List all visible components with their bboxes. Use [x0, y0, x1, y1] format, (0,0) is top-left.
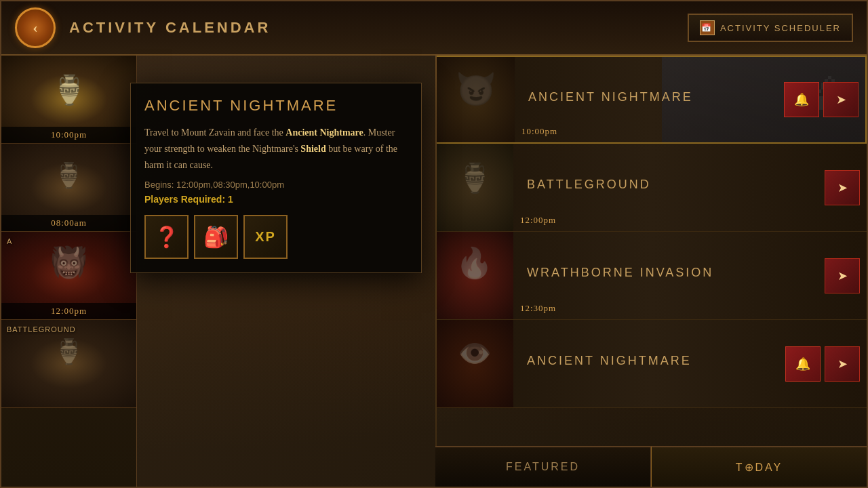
right-item-ancient-nightmare-2[interactable]: ANCIENT NIGHTMARE 🔔 ➤	[435, 320, 867, 408]
bottom-tabs: FEATURED T⊕DAY	[435, 446, 867, 487]
tooltip-desc-bold1: Ancient Nightmare	[285, 127, 363, 138]
activity-scheduler-button[interactable]: 📅 ACTIVITY SCHEDULER	[688, 14, 853, 42]
left-panel: 10:00pm 08:00am A 12:00pm BATTLEGROUND	[1, 56, 137, 487]
right-item-battleground[interactable]: BATTLEGROUND 12:00pm ➤	[435, 144, 867, 232]
right-item-actions-3: ➤	[825, 258, 860, 293]
right-item-content-2: BATTLEGROUND 12:00pm	[513, 144, 867, 231]
right-item-wrathborne[interactable]: WRATHBORNE INVASION 12:30pm ➤	[435, 232, 867, 320]
activity-tooltip: ANCIENT NIGHTMARE Travel to Mount Zavain…	[130, 83, 422, 273]
tooltip-players-required: Players Required: 1	[144, 194, 408, 205]
tooltip-rewards: ❓ 🎒 XP	[144, 215, 408, 259]
left-item-battleground-2[interactable]: BATTLEGROUND	[1, 320, 136, 408]
tab-featured[interactable]: FEATURED	[435, 446, 651, 487]
right-thumb-2	[435, 144, 513, 232]
left-item-label-4: BATTLEGROUND	[7, 325, 76, 333]
panel-divider	[435, 56, 437, 487]
scheduler-label: ACTIVITY SCHEDULER	[720, 23, 841, 33]
navigate-icon-3: ➤	[837, 268, 848, 283]
right-item-title-3: WRATHBORNE INVASION	[527, 266, 853, 280]
reward-xp-icon: XP	[243, 215, 288, 259]
tooltip-desc-part1: Travel to Mount Zavain and face the	[144, 127, 285, 138]
right-item-time-1: 10:00pm	[521, 126, 557, 137]
navigate-icon-1: ➤	[836, 92, 846, 107]
page-title: ACTIVITY CALENDAR	[69, 19, 271, 37]
left-item-battleground-1[interactable]: 08:00am	[1, 144, 136, 232]
left-time-2: 08:00am	[1, 215, 136, 231]
tooltip-desc-bold2: Shield	[300, 144, 326, 154]
left-item-wrathborne-1[interactable]: A 12:00pm	[1, 232, 136, 320]
navigate-button-2[interactable]: ➤	[825, 170, 860, 205]
bell-button-4[interactable]: 🔔	[785, 346, 821, 382]
bell-icon-4: 🔔	[795, 357, 810, 371]
bell-button-1[interactable]: 🔔	[784, 82, 819, 117]
navigate-button-4[interactable]: ➤	[825, 346, 860, 382]
header: ‹ ACTIVITY CALENDAR 📅 ACTIVITY SCHEDULER	[1, 1, 867, 56]
navigate-icon-4: ➤	[837, 357, 848, 371]
right-panel: ANCIENT NIGHTMARE 10:00pm 🔔 ➤ BATTLEGROU…	[435, 56, 867, 446]
navigate-button-3[interactable]: ➤	[825, 258, 860, 293]
bell-icon-1: 🔔	[794, 92, 809, 107]
back-arrow-icon: ‹	[33, 19, 37, 37]
navigate-icon-2: ➤	[837, 180, 848, 195]
reward-mystery-icon: ❓	[144, 215, 189, 259]
left-time-3: 12:00pm	[1, 303, 136, 319]
tooltip-description: Travel to Mount Zavain and face the Anci…	[144, 125, 408, 173]
tab-featured-label: FEATURED	[506, 461, 580, 473]
right-item-actions-2: ➤	[825, 170, 860, 205]
navigate-button-1[interactable]: ➤	[823, 82, 859, 117]
main-container: ‹ ACTIVITY CALENDAR 📅 ACTIVITY SCHEDULER…	[0, 0, 868, 488]
left-time-1: 10:00pm	[1, 127, 136, 143]
tab-today[interactable]: T⊕DAY	[651, 446, 867, 487]
right-item-ancient-nightmare[interactable]: ANCIENT NIGHTMARE 10:00pm 🔔 ➤	[435, 56, 867, 144]
right-item-actions-1: 🔔 ➤	[784, 82, 859, 117]
tab-today-label: T⊕DAY	[736, 461, 783, 474]
right-item-content-3: WRATHBORNE INVASION 12:30pm	[513, 232, 867, 319]
right-thumb-3	[435, 232, 513, 320]
right-item-time-2: 12:00pm	[520, 215, 556, 226]
right-item-actions-4: 🔔 ➤	[785, 346, 860, 382]
right-thumb-4	[435, 320, 513, 408]
calendar-icon: 📅	[700, 20, 715, 35]
left-item-label-3: A	[7, 237, 12, 245]
reward-equipment-icon: 🎒	[194, 215, 238, 259]
right-item-time-3: 12:30pm	[520, 303, 556, 314]
left-item-ancient-nightmare-1[interactable]: 10:00pm	[1, 56, 136, 144]
tooltip-begins: Begins: 12:00pm,08:30pm,10:00pm	[144, 180, 408, 190]
right-thumb-1	[437, 57, 515, 144]
back-button[interactable]: ‹	[15, 7, 56, 48]
tooltip-title: ANCIENT NIGHTMARE	[144, 97, 408, 115]
right-item-title-2: BATTLEGROUND	[527, 178, 853, 192]
